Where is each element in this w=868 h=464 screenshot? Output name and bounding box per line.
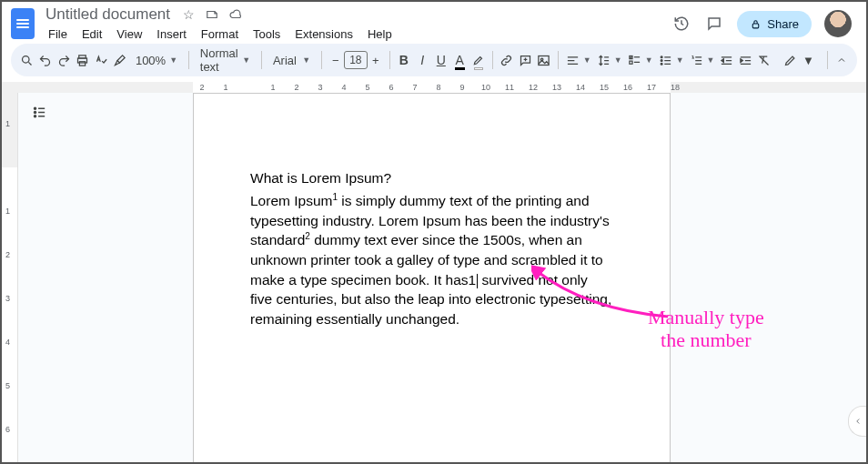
chevron-down-icon: ▼ xyxy=(802,54,814,67)
doc-heading[interactable]: What is Lorem Ipsum? xyxy=(250,168,613,188)
menu-help[interactable]: Help xyxy=(361,25,399,44)
chevron-down-icon: ▼ xyxy=(614,55,622,65)
decrease-indent-icon[interactable] xyxy=(718,48,734,72)
svg-rect-8 xyxy=(630,61,632,64)
svg-rect-5 xyxy=(539,55,549,65)
menu-extensions[interactable]: Extensions xyxy=(288,25,359,44)
chevron-down-icon: ▼ xyxy=(583,55,591,65)
bulleted-list-select[interactable]: ▼ xyxy=(657,48,686,72)
chevron-down-icon: ▼ xyxy=(676,55,684,65)
insert-link-icon[interactable] xyxy=(499,48,515,72)
document-page[interactable]: What is Lorem Ipsum? Lorem Ipsum1 is sim… xyxy=(193,93,671,462)
document-title[interactable]: Untitled document xyxy=(42,5,174,25)
menu-view[interactable]: View xyxy=(110,25,148,44)
move-icon[interactable] xyxy=(205,7,219,22)
header-right: Share xyxy=(671,10,857,37)
svg-point-9 xyxy=(661,55,662,57)
share-label: Share xyxy=(767,17,799,31)
highlight-color-button[interactable] xyxy=(470,48,487,72)
cloud-status-icon[interactable] xyxy=(228,7,243,22)
chevron-down-icon: ▼ xyxy=(645,55,653,65)
title-middle: Untitled document ☆ File Edit View Inser… xyxy=(42,5,664,44)
font-size-value[interactable]: 18 xyxy=(344,51,368,69)
spellcheck-icon[interactable] xyxy=(93,48,109,72)
ruler-vertical[interactable]: 123456781 xyxy=(2,93,18,462)
docs-logo-icon[interactable] xyxy=(11,8,35,39)
comments-icon[interactable] xyxy=(704,14,724,34)
print-icon[interactable] xyxy=(74,48,90,72)
menu-tools[interactable]: Tools xyxy=(247,25,287,44)
insert-image-icon[interactable] xyxy=(536,48,552,72)
account-avatar[interactable] xyxy=(824,10,852,37)
svg-point-14 xyxy=(34,115,35,116)
outline-toggle-icon[interactable] xyxy=(27,100,51,124)
chevron-down-icon: ▼ xyxy=(169,55,177,65)
document-body[interactable]: What is Lorem Ipsum? Lorem Ipsum1 is sim… xyxy=(250,168,613,329)
bold-button[interactable]: B xyxy=(396,48,412,72)
font-select[interactable]: Arial▼ xyxy=(267,48,316,72)
chevron-down-icon: ▼ xyxy=(302,55,310,65)
typed-number: 1 xyxy=(469,272,477,287)
paragraph-style-select[interactable]: Normal text▼ xyxy=(195,48,256,72)
menu-format[interactable]: Format xyxy=(195,25,245,44)
clear-formatting-icon[interactable] xyxy=(755,48,772,72)
lock-icon xyxy=(750,18,762,30)
menu-insert[interactable]: Insert xyxy=(150,25,193,44)
checklist-select[interactable]: ▼ xyxy=(626,48,655,72)
font-value: Arial xyxy=(273,54,297,67)
add-comment-icon[interactable] xyxy=(517,48,533,72)
chevron-down-icon: ▼ xyxy=(707,55,715,65)
undo-icon[interactable] xyxy=(36,48,53,72)
zoom-select[interactable]: 100%▼ xyxy=(130,48,183,72)
star-icon[interactable]: ☆ xyxy=(181,7,196,22)
history-icon[interactable] xyxy=(671,14,691,34)
editing-mode-select[interactable]: ▼ xyxy=(776,54,822,67)
svg-point-12 xyxy=(34,107,35,109)
text-span: Lorem Ipsum xyxy=(250,193,332,208)
font-size-decrease[interactable]: − xyxy=(328,50,344,70)
redo-icon[interactable] xyxy=(56,48,72,72)
workspace: 123456781 What is Lorem Ipsum? Lorem Ips… xyxy=(2,93,866,462)
paint-format-icon[interactable] xyxy=(111,48,127,72)
side-panel-expand-icon[interactable] xyxy=(848,406,866,437)
style-value: Normal text xyxy=(200,46,239,74)
font-size-stepper: − 18 + xyxy=(328,50,384,70)
svg-point-10 xyxy=(661,59,662,61)
align-select[interactable]: ▼ xyxy=(564,48,593,72)
doc-paragraph[interactable]: Lorem Ipsum1 is simply dummy text of the… xyxy=(250,191,613,329)
menu-file[interactable]: File xyxy=(42,25,74,44)
svg-point-13 xyxy=(34,111,35,113)
toolbar: 100%▼ Normal text▼ Arial▼ − 18 + B I U A… xyxy=(11,44,857,76)
titlebar: Untitled document ☆ File Edit View Inser… xyxy=(2,2,866,40)
italic-button[interactable]: I xyxy=(414,48,430,72)
line-spacing-select[interactable]: ▼ xyxy=(595,48,624,72)
menu-edit[interactable]: Edit xyxy=(76,25,108,44)
chevron-down-icon: ▼ xyxy=(242,55,250,65)
text-color-button[interactable]: A xyxy=(451,48,468,72)
menubar: File Edit View Insert Format Tools Exten… xyxy=(42,25,664,44)
svg-rect-0 xyxy=(753,23,760,27)
collapse-toolbar-icon[interactable] xyxy=(833,48,850,72)
share-button[interactable]: Share xyxy=(737,11,812,37)
font-size-increase[interactable]: + xyxy=(368,50,384,70)
search-icon[interactable] xyxy=(18,48,35,72)
zoom-value: 100% xyxy=(136,54,166,67)
svg-point-11 xyxy=(661,63,662,65)
numbered-list-select[interactable]: ▼ xyxy=(688,48,717,72)
increase-indent-icon[interactable] xyxy=(737,48,753,72)
underline-button[interactable]: U xyxy=(433,48,449,72)
svg-point-1 xyxy=(22,55,29,63)
